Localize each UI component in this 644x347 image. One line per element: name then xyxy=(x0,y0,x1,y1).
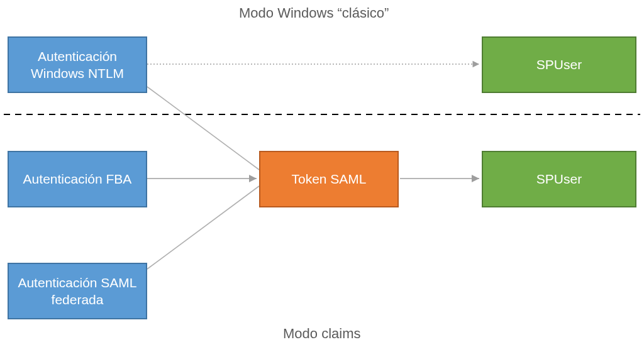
diagram-stage: Modo Windows “clásico” Modo claims Auten… xyxy=(0,0,644,347)
edge-saml-token xyxy=(147,186,259,269)
node-fba: Autenticación FBA xyxy=(8,151,147,207)
heading-bottom: Modo claims xyxy=(283,326,360,342)
node-saml: Autenticación SAML federada xyxy=(8,263,147,319)
node-token: Token SAML xyxy=(259,151,399,207)
edge-ntlm-token xyxy=(147,87,259,170)
node-spuser-bottom: SPUser xyxy=(482,151,636,207)
heading-top: Modo Windows “clásico” xyxy=(239,5,389,21)
node-ntlm: Autenticación Windows NTLM xyxy=(8,36,147,93)
node-spuser-top: SPUser xyxy=(482,36,636,93)
